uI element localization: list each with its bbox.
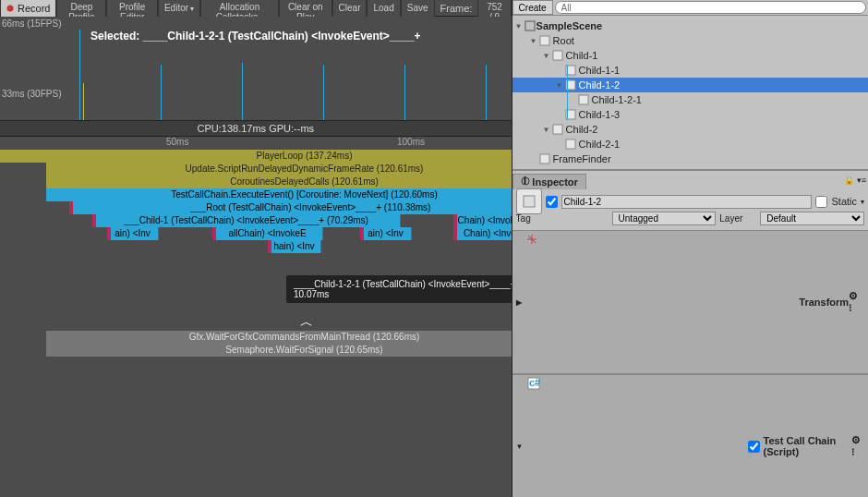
inspector-panel: i Inspector 🔒 ▾≡ Static▾ Tag Untagged La… [512, 169, 868, 497]
gameobject-icon [564, 79, 577, 91]
transform-menu-icon[interactable]: ⚙ ⁝ [849, 290, 864, 314]
hierarchy-item[interactable]: ▼Child-2 [512, 122, 868, 137]
flame-bar[interactable]: ain) <Inv [360, 227, 412, 240]
hierarchy-item[interactable]: Child-1-1 [512, 63, 868, 78]
gameobject-icon [551, 49, 564, 62]
fps-label-15: 66ms (15FPS) [2, 18, 61, 29]
hierarchy-item[interactable]: Child-1-2-1 [512, 92, 868, 107]
flame-bar[interactable]: Semaphore.WaitForSignal (120.65ms) [46, 344, 512, 357]
transform-icon [525, 233, 800, 371]
marker-cut [360, 227, 364, 240]
hierarchy-item[interactable]: FrameFinder [512, 152, 868, 166]
gameobject-icon [564, 108, 577, 121]
cpu-gpu-stats: CPU:138.17ms GPU:--ms [0, 120, 512, 137]
flame-bar[interactable]: ___Root (TestCallChain) <InvokeEvent>___… [69, 201, 512, 214]
marker-cut [107, 227, 111, 240]
svg-rect-13 [524, 196, 535, 207]
profile-editor-button[interactable]: Profile Editor [106, 0, 158, 17]
static-checkbox[interactable] [815, 196, 827, 208]
script-icon: c# [527, 377, 748, 497]
hierarchy-item[interactable]: ▼Child-1 [512, 48, 868, 63]
tick-100ms: 100ms [397, 137, 425, 147]
flame-bar[interactable]: allChain) <InvokeE [212, 227, 323, 240]
tick-50ms: 50ms [166, 137, 188, 147]
flame-graph[interactable]: 50ms 100ms ︿ ____Child-1-2-1 (TestCallCh… [0, 137, 512, 497]
fps-label-30: 33ms (30FPS) [2, 89, 61, 99]
gameobject-icon [564, 138, 577, 151]
scene-row[interactable]: ▼ SampleScene [512, 18, 868, 33]
search-input[interactable] [555, 1, 866, 14]
svg-point-0 [7, 5, 14, 11]
layer-dropdown[interactable]: Default [760, 212, 864, 225]
flame-bar[interactable]: Update.ScriptRunDelayedDynamicFrameRate … [46, 163, 512, 176]
svg-rect-9 [566, 139, 575, 149]
hierarchy-tree: ▼ SampleScene ▼Root▼Child-1Child-1-1▼Chi… [512, 16, 868, 169]
gameobject-icon [551, 123, 564, 136]
hierarchy-item[interactable]: ▼Child-1-2 [512, 78, 868, 92]
marker-cut [212, 227, 216, 240]
clear-on-play-button[interactable]: Clear on Play [279, 0, 332, 17]
transform-header[interactable]: ▶ Transform ⚙ ⁝ [512, 230, 868, 374]
flame-bar[interactable]: ___Child-1 (TestCallChain) <InvokeEvent>… [92, 214, 401, 227]
script-menu-icon[interactable]: ⚙ ⁝ [851, 434, 864, 458]
frame-value[interactable]: 752 / 9 [477, 0, 511, 17]
active-checkbox[interactable] [546, 196, 558, 208]
hierarchy-item[interactable]: Child-2-1 [512, 137, 868, 152]
marker-cut [453, 227, 457, 240]
svg-text:i: i [524, 176, 526, 186]
tooltip: ____Child-1-2-1 (TestCallChain) <InvokeE… [286, 275, 512, 303]
svg-rect-10 [540, 154, 549, 164]
profiler-graph[interactable]: 66ms (15FPS) 33ms (30FPS) Selected: ____… [0, 17, 512, 120]
target-dropdown[interactable]: Editor [158, 0, 200, 17]
gameobject-icon [516, 188, 542, 214]
script-header[interactable]: ▼ c# Test Call Chain (Script) ⚙ ⁝ [512, 374, 868, 497]
tag-dropdown[interactable]: Untagged [612, 212, 717, 225]
flame-bar[interactable]: Chain) <InvokeEv [453, 227, 512, 240]
marker-cut [92, 214, 96, 227]
profiler-toolbar: Record Deep Profile Profile Editor Edito… [0, 0, 512, 17]
gameobject-icon [577, 93, 590, 106]
marker-cut [69, 201, 73, 214]
name-field[interactable] [561, 195, 813, 209]
deep-profile-button[interactable]: Deep Profile [56, 0, 106, 17]
svg-rect-2 [540, 36, 549, 45]
script-enabled-checkbox[interactable] [748, 441, 760, 453]
svg-text:c#: c# [529, 377, 540, 388]
marker-cut [453, 214, 457, 227]
hierarchy-toolbar: Create [512, 0, 868, 16]
lock-icon[interactable]: 🔒 ▾≡ [842, 174, 868, 187]
svg-rect-1 [525, 21, 535, 30]
load-button[interactable]: Load [367, 0, 400, 17]
scene-icon [524, 19, 536, 32]
record-button[interactable]: Record [0, 0, 56, 17]
hierarchy-item[interactable]: Child-1-3 [512, 107, 868, 122]
create-dropdown[interactable]: Create [512, 0, 553, 15]
flame-bar[interactable]: TestCallChain.ExecuteEvent() [Coroutine:… [46, 188, 512, 201]
marker-cut [268, 240, 271, 253]
flame-bar[interactable]: CoroutinesDelayedCalls (120.61ms) [46, 176, 512, 188]
gameobject-icon [538, 152, 551, 165]
save-button[interactable]: Save [401, 0, 435, 17]
flame-bar[interactable]: hain) <Inv [268, 240, 321, 253]
inspector-tab[interactable]: i Inspector [512, 174, 586, 189]
expand-chevron[interactable]: ︿ [300, 314, 313, 331]
clear-button[interactable]: Clear [332, 0, 368, 17]
selected-marker-label: Selected: ____Child-1-2-1 (TestCallChain… [0, 30, 512, 42]
svg-rect-8 [553, 125, 562, 134]
flame-bar[interactable]: Gfx.WaitForGfxCommandsFromMainThread (12… [46, 331, 512, 344]
info-icon: i [521, 176, 530, 186]
flame-bar[interactable]: ain) <Inv [107, 227, 159, 240]
hierarchy-item[interactable]: ▼Root [512, 33, 868, 48]
gameobject-icon [538, 34, 551, 47]
flame-bar[interactable]: |Chain) <InvokeEvent [453, 214, 512, 227]
svg-rect-6 [579, 95, 588, 104]
svg-rect-3 [553, 51, 562, 60]
frame-label: Frame: [435, 3, 478, 14]
alloc-callstacks-dropdown[interactable]: Allocation Callstacks [200, 0, 279, 17]
gameobject-icon [564, 64, 577, 77]
flame-bar[interactable]: PlayerLoop (137.24ms) [0, 150, 512, 163]
